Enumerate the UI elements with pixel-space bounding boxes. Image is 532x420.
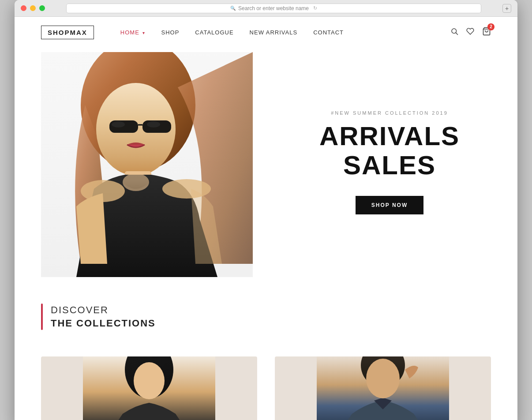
nav-link-contact[interactable]: CONTACT [313,29,344,36]
chevron-down-icon: ▾ [142,30,145,35]
hero-content: #NEW SUMMER COLLECTION 2019 ARRIVALS SAL… [297,110,482,214]
browser-titlebar: 🔍 Search or enter website name ↻ + [15,0,517,17]
wishlist-icon[interactable] [466,27,474,38]
svg-line-1 [456,33,457,34]
preview-card-woman[interactable] [41,356,257,420]
search-icon: 🔍 [230,6,236,11]
maximize-button[interactable] [39,5,45,11]
nav-item-shop[interactable]: SHOP [161,28,179,36]
shop-now-button[interactable]: SHOP NOW [356,196,423,214]
search-icon[interactable] [450,27,458,38]
section-heading: DISCOVER THE COLLECTIONS [41,304,491,330]
nav-item-home[interactable]: HOME ▾ [120,28,146,36]
svg-point-13 [162,179,211,199]
model-illustration [41,52,253,277]
heading-text: DISCOVER THE COLLECTIONS [51,304,156,330]
cart-badge: 2 [487,23,495,30]
hero-image [41,52,253,277]
nav-item-new-arrivals[interactable]: NEW ARRIVALS [250,28,298,36]
preview-card-man[interactable] [275,356,491,420]
preview-images [15,356,517,420]
cart-icon[interactable]: 2 [482,27,491,38]
address-bar[interactable]: 🔍 Search or enter website name ↻ [66,4,481,13]
preview-woman-illustration [41,356,257,420]
nav-item-catalogue[interactable]: CATALOGUE [195,28,233,36]
heading-line1: DISCOVER [51,304,156,316]
page-content: SHOPMAX HOME ▾ SHOP CATALOGUE NEW ARRIVA… [15,17,517,420]
heading-line2: THE COLLECTIONS [51,318,156,329]
svg-point-20 [366,359,400,398]
nav-icons: 2 [450,27,491,38]
logo[interactable]: SHOPMAX [41,26,94,39]
hero-subtitle: #NEW SUMMER COLLECTION 2019 [297,110,482,116]
nav-item-contact[interactable]: CONTACT [313,28,344,36]
collections-section: DISCOVER THE COLLECTIONS [15,277,517,356]
hero-title: ARRIVALS SALES [297,122,482,180]
hero-section: #NEW SUMMER COLLECTION 2019 ARRIVALS SAL… [15,48,517,277]
reload-icon: ↻ [313,5,317,11]
close-button[interactable] [21,5,26,11]
navbar: SHOPMAX HOME ▾ SHOP CATALOGUE NEW ARRIVA… [15,17,517,48]
nav-link-catalogue[interactable]: CATALOGUE [195,29,233,36]
nav-link-shop[interactable]: SHOP [161,29,179,36]
nav-link-home[interactable]: HOME ▾ [120,29,146,36]
svg-point-17 [134,362,165,399]
svg-point-14 [123,173,149,191]
svg-point-10 [147,121,160,128]
nav-link-new-arrivals[interactable]: NEW ARRIVALS [250,29,298,36]
nav-links: HOME ▾ SHOP CATALOGUE NEW ARRIVALS CONTA… [120,28,450,36]
new-tab-button[interactable]: + [502,4,511,13]
browser-window: 🔍 Search or enter website name ↻ + SHOPM… [15,0,517,420]
address-text: Search or enter website name [238,5,309,11]
svg-point-9 [112,121,125,128]
heading-accent-bar [41,304,43,330]
minimize-button[interactable] [30,5,36,11]
preview-man-illustration [275,356,491,420]
